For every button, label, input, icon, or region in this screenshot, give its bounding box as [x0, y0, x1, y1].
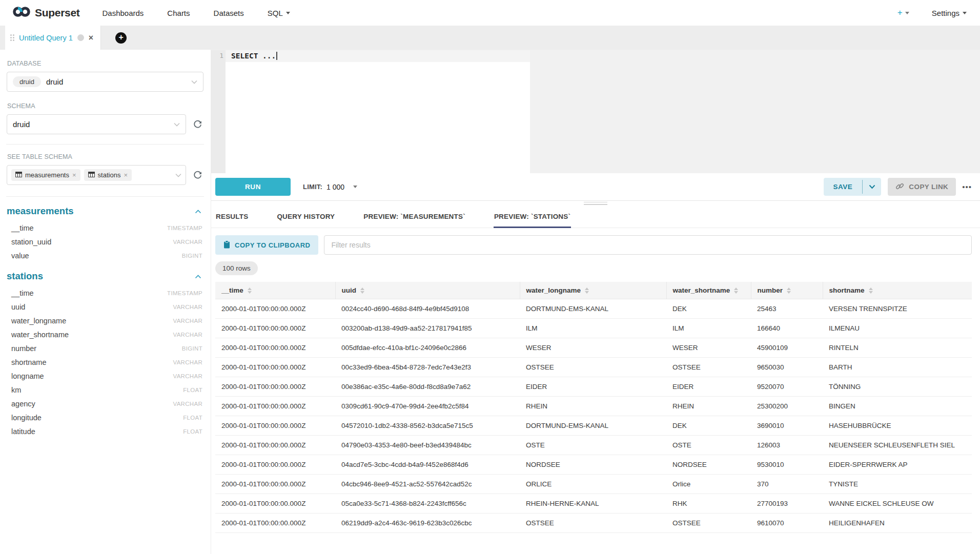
nav-item-sql[interactable]: SQL — [268, 9, 290, 17]
tab-preview-measurements[interactable]: PREVIEW: `MEASUREMENTS` — [363, 209, 466, 228]
tab-results[interactable]: RESULTS — [215, 209, 249, 228]
settings-menu[interactable]: Settings — [932, 9, 967, 17]
collapse-measurements-toggle[interactable]: measurements — [7, 206, 203, 217]
column-name: longname — [11, 372, 44, 380]
sort-icon — [248, 288, 252, 294]
cell-number: 9650030 — [751, 358, 823, 377]
cell-water-longname: OSTE — [520, 436, 666, 455]
column-header[interactable]: water_shortname — [666, 282, 751, 299]
column-type: FLOAT — [183, 428, 202, 435]
column-name: value — [11, 252, 29, 260]
column-header-label: water_longname — [526, 286, 581, 294]
save-split-button: SAVE — [824, 178, 882, 196]
clipboard-icon — [223, 240, 230, 250]
column-row: number BIGINT — [7, 341, 203, 355]
limit-dropdown[interactable]: LIMIT: 1 000 — [303, 183, 357, 191]
column-row: agency VARCHAR — [7, 397, 203, 411]
nav-item-datasets[interactable]: Datasets — [214, 9, 244, 17]
nav-item-dashboards[interactable]: Dashboards — [102, 9, 144, 17]
database-value: druid — [46, 77, 63, 86]
nav-item-charts[interactable]: Charts — [167, 9, 190, 17]
table-row: 2000-01-01T00:00:00.000Z 06219dd9-a2c4-4… — [215, 514, 972, 533]
cell-time: 2000-01-01T00:00:00.000Z — [215, 377, 335, 397]
column-name: shortname — [11, 358, 47, 366]
table-row: 2000-01-01T00:00:00.000Z 00e386ac-e35c-4… — [215, 377, 972, 397]
tab-query-history[interactable]: QUERY HISTORY — [276, 209, 335, 228]
table-row: 2000-01-01T00:00:00.000Z 005dfdae-efcc-4… — [215, 338, 972, 358]
save-button[interactable]: SAVE — [824, 178, 863, 196]
superset-logo[interactable]: Superset — [12, 5, 79, 20]
editor-toolbar: RUN LIMIT: 1 000 SAVE — [211, 173, 980, 201]
results-table-body: 2000-01-01T00:00:00.000Z 0024cc40-d690-4… — [215, 299, 972, 533]
cell-water-shortname: EIDER — [666, 377, 751, 397]
close-tab-icon[interactable]: × — [89, 34, 93, 42]
column-name: longitude — [11, 414, 42, 422]
schema-select[interactable]: druid — [7, 114, 186, 134]
superset-infinity-icon — [12, 5, 31, 20]
column-header[interactable]: uuid — [335, 282, 520, 299]
copy-to-clipboard-label: COPY TO CLIPBOARD — [235, 241, 310, 249]
table-icon — [15, 171, 22, 179]
cell-shortname: HEILIGENHAFEN — [823, 514, 972, 533]
drag-handle-icon[interactable] — [10, 34, 14, 41]
sql-code[interactable]: SELECT ... — [231, 52, 277, 60]
brand-name: Superset — [35, 7, 79, 19]
results-table: __time uuid — [215, 282, 972, 533]
cell-number: 25463 — [751, 299, 823, 319]
refresh-schema-button[interactable] — [192, 118, 203, 131]
column-list: __time TIMESTAMP uuid VARCHAR water_long… — [7, 286, 203, 438]
table-chip-stations[interactable]: stations × — [84, 169, 132, 181]
table-row: 2000-01-01T00:00:00.000Z 04cbc946-8ee9-4… — [215, 475, 972, 494]
chevron-up-icon — [195, 272, 201, 281]
cell-number: 9610070 — [751, 514, 823, 533]
cell-water-shortname: RHK — [666, 494, 751, 514]
remove-chip-icon[interactable]: × — [124, 171, 128, 179]
copy-to-clipboard-button[interactable]: COPY TO CLIPBOARD — [215, 235, 318, 255]
table-schema-select[interactable]: measurements × stations × — [7, 165, 186, 185]
cell-uuid: 00e386ac-e35c-4a6e-80dd-f8cd8a9e7a62 — [335, 377, 520, 397]
column-type: FLOAT — [183, 415, 202, 421]
chevron-down-icon — [353, 186, 357, 188]
column-type: VARCHAR — [173, 401, 202, 407]
more-actions-button[interactable]: ••• — [962, 182, 972, 191]
copy-link-button[interactable]: COPY LINK — [888, 178, 956, 196]
query-tab-active[interactable]: Untitled Query 1 × — [5, 26, 101, 50]
cell-uuid: 05ca0e33-5c71-4368-b824-2243fcff656c — [335, 494, 520, 514]
refresh-tables-button[interactable] — [192, 169, 203, 182]
schema-label: SCHEMA — [7, 102, 203, 110]
column-header[interactable]: water_longname — [520, 282, 666, 299]
new-item-button[interactable]: + — [897, 8, 909, 18]
schema-value: druid — [13, 120, 30, 129]
cell-water-longname: RHEIN — [520, 397, 666, 416]
database-select[interactable]: druid druid — [7, 72, 203, 92]
column-row: value BIGINT — [7, 249, 203, 262]
cell-uuid: 04572010-1db2-4338-8562-b3dca5e715c5 — [335, 416, 520, 436]
cell-time: 2000-01-01T00:00:00.000Z — [215, 338, 335, 358]
cell-water-shortname: DEK — [666, 299, 751, 319]
table-chip-measurements[interactable]: measurements × — [11, 169, 80, 181]
cell-water-shortname: RHEIN — [666, 397, 751, 416]
cell-uuid: 06219dd9-a2c4-463c-9619-623b3c026cbc — [335, 514, 520, 533]
chip-label: stations — [98, 171, 121, 179]
pane-resize-handle[interactable] — [211, 201, 980, 206]
column-header[interactable]: shortname — [823, 282, 972, 299]
save-options-button[interactable] — [863, 178, 881, 196]
cell-water-shortname: OSTSEE — [666, 514, 751, 533]
filter-results-input[interactable] — [324, 235, 972, 255]
sql-editor[interactable]: 1 SELECT ... — [211, 50, 980, 173]
cell-shortname: TYNISTE — [823, 475, 972, 494]
new-query-tab-button[interactable]: + — [115, 32, 127, 44]
column-type: VARCHAR — [173, 239, 202, 245]
copy-link-label: COPY LINK — [909, 183, 948, 191]
database-label: DATABASE — [7, 60, 203, 67]
sqllab-sidebar: DATABASE druid druid SCHEMA druid — [0, 50, 211, 554]
link-icon — [895, 182, 904, 192]
tab-preview-stations[interactable]: PREVIEW: `STATIONS` — [494, 209, 571, 228]
column-header[interactable]: __time — [215, 282, 335, 299]
column-header[interactable]: number — [751, 282, 823, 299]
cell-water-longname: WESER — [520, 338, 666, 358]
collapse-stations-toggle[interactable]: stations — [7, 271, 203, 282]
remove-chip-icon[interactable]: × — [72, 171, 76, 179]
run-button[interactable]: RUN — [215, 178, 291, 196]
cell-water-shortname: OSTE — [666, 436, 751, 455]
